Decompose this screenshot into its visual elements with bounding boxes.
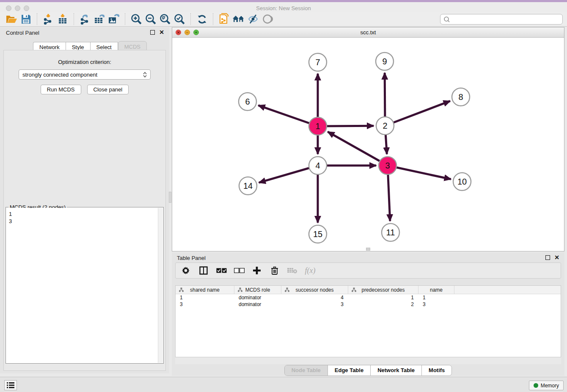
result-scrollbar[interactable] bbox=[158, 208, 163, 363]
graph-node-label: 11 bbox=[386, 228, 395, 237]
main-toolbar bbox=[0, 12, 567, 27]
import-network-icon[interactable] bbox=[41, 13, 55, 25]
memory-button[interactable]: Memory bbox=[529, 381, 564, 390]
mcds-result-node: 1 bbox=[9, 210, 155, 218]
import-table-icon[interactable] bbox=[55, 13, 70, 25]
node-table: shared name MCDS role successor nodes pr… bbox=[175, 285, 561, 357]
float-panel-icon[interactable] bbox=[150, 30, 155, 35]
deselect-all-icon[interactable] bbox=[233, 265, 245, 276]
graph-node-label: 15 bbox=[313, 229, 322, 239]
cell-empty bbox=[454, 294, 561, 301]
network-canvas[interactable]: 7968124314101511 bbox=[172, 38, 564, 251]
zoom-fit-icon[interactable] bbox=[158, 13, 172, 25]
graph-node-label: 2 bbox=[383, 121, 387, 130]
export-network-icon[interactable] bbox=[78, 13, 92, 25]
column-header-predecessor-nodes[interactable]: predecessor nodes bbox=[348, 286, 418, 294]
network-view-window: ✕ − + scc.txt 7968124314101511 bbox=[172, 27, 564, 251]
table-settings-icon[interactable] bbox=[180, 265, 192, 276]
select-all-icon[interactable] bbox=[215, 265, 227, 276]
close-table-panel-icon[interactable]: ✕ bbox=[554, 255, 559, 260]
function-builder-icon: f(x) bbox=[304, 265, 316, 276]
run-mcds-button[interactable]: Run MCDS bbox=[41, 85, 81, 94]
table-row[interactable]: 1 dominator 4 1 1 bbox=[176, 294, 561, 301]
edge-3-1[interactable] bbox=[328, 132, 388, 166]
column-header-empty bbox=[454, 286, 561, 294]
toolbar-separator bbox=[74, 13, 74, 25]
delete-row-icon[interactable] bbox=[269, 265, 281, 276]
network-window-titlebar[interactable]: ✕ − + scc.txt bbox=[172, 28, 564, 38]
zoom-in-icon[interactable] bbox=[129, 13, 143, 25]
save-session-icon[interactable] bbox=[19, 13, 33, 25]
app-titlebar: Session: New Session bbox=[0, 2, 567, 12]
mcds-result-list: 1 3 bbox=[6, 208, 158, 363]
memory-status-dot bbox=[534, 383, 538, 388]
tree-icon bbox=[352, 287, 356, 292]
search-input[interactable] bbox=[451, 15, 562, 24]
task-history-button[interactable] bbox=[4, 380, 17, 390]
home-icon[interactable] bbox=[231, 13, 246, 25]
optimization-criterion-label: Optimization criterion: bbox=[4, 59, 165, 65]
list-icon bbox=[7, 382, 14, 388]
edge-1-6[interactable] bbox=[258, 105, 318, 126]
add-row-icon[interactable] bbox=[251, 265, 263, 276]
table-tabs: Node Table Edge Table Network Table Moti… bbox=[172, 365, 564, 376]
status-bar: Memory bbox=[0, 377, 567, 392]
graph-node-label: 7 bbox=[315, 58, 320, 67]
mcds-result-node: 3 bbox=[9, 218, 155, 225]
column-header-name[interactable]: name bbox=[418, 286, 454, 294]
close-panel-icon[interactable]: ✕ bbox=[159, 30, 164, 35]
graph-node-label: 8 bbox=[458, 92, 463, 102]
export-image-icon[interactable] bbox=[107, 13, 121, 25]
memory-label: Memory bbox=[541, 383, 559, 389]
column-header-mcds-role[interactable]: MCDS role bbox=[234, 286, 281, 294]
cell-name[interactable]: 3 bbox=[418, 301, 454, 308]
control-panel-title: Control Panel bbox=[6, 30, 39, 36]
toolbar-separator bbox=[213, 13, 213, 25]
edge-3-10[interactable] bbox=[388, 166, 451, 179]
hide-eye-icon[interactable] bbox=[246, 13, 260, 25]
cell-name[interactable]: 1 bbox=[418, 294, 454, 301]
graph-node-label: 1 bbox=[315, 121, 320, 131]
panel-splitter-handle[interactable] bbox=[169, 192, 171, 203]
toolbar-separator bbox=[37, 13, 37, 25]
tab-node-table[interactable]: Node Table bbox=[285, 365, 328, 375]
cell-empty bbox=[454, 301, 561, 308]
refresh-icon[interactable] bbox=[195, 13, 209, 25]
table-hscrollbar[interactable] bbox=[175, 357, 561, 364]
tab-network-table[interactable]: Network Table bbox=[371, 365, 422, 375]
cell-successor-nodes[interactable]: 3 bbox=[281, 301, 348, 308]
table-panel: Table Panel ✕ f(x) bbox=[172, 252, 564, 376]
canvas-hscrollbar-thumb[interactable] bbox=[366, 248, 370, 251]
edge-2-8[interactable] bbox=[385, 101, 450, 126]
split-view-icon[interactable] bbox=[198, 265, 209, 276]
cell-shared-name[interactable]: 3 bbox=[176, 301, 234, 308]
control-panel: Control Panel ✕ Network Style Select MCD… bbox=[0, 27, 169, 373]
cell-mcds-role[interactable]: dominator bbox=[234, 294, 281, 301]
open-file-icon[interactable] bbox=[4, 13, 19, 25]
export-table-icon[interactable] bbox=[92, 13, 107, 25]
cell-shared-name[interactable]: 1 bbox=[176, 294, 234, 301]
tab-motifs[interactable]: Motifs bbox=[422, 365, 451, 375]
zoom-selected-icon[interactable] bbox=[172, 13, 187, 25]
clone-network-icon[interactable] bbox=[217, 13, 231, 25]
cell-predecessor-nodes[interactable]: 1 bbox=[348, 294, 418, 301]
search-icon bbox=[443, 16, 451, 23]
show-eye-icon[interactable] bbox=[260, 13, 275, 25]
cell-successor-nodes[interactable]: 4 bbox=[281, 294, 348, 301]
tab-edge-table[interactable]: Edge Table bbox=[328, 365, 371, 375]
search-box[interactable] bbox=[440, 14, 563, 25]
zoom-out-icon[interactable] bbox=[143, 13, 158, 25]
close-panel-button[interactable]: Close panel bbox=[87, 85, 129, 94]
network-graph[interactable]: 7968124314101511 bbox=[172, 38, 564, 251]
float-table-panel-icon[interactable] bbox=[545, 255, 550, 260]
table-row[interactable]: 3 dominator 3 2 3 bbox=[176, 301, 561, 308]
optimization-criterion-select[interactable]: strongly connected component bbox=[19, 69, 151, 80]
column-header-shared-name[interactable]: shared name bbox=[176, 286, 234, 294]
app-title: Session: New Session bbox=[0, 5, 567, 11]
cell-predecessor-nodes[interactable]: 2 bbox=[348, 301, 418, 308]
cell-mcds-role[interactable]: dominator bbox=[234, 301, 281, 308]
column-header-successor-nodes[interactable]: successor nodes bbox=[281, 286, 348, 294]
graph-node-label: 10 bbox=[457, 177, 467, 186]
toolbar-separator bbox=[125, 13, 125, 25]
table-header: shared name MCDS role successor nodes pr… bbox=[176, 286, 561, 294]
